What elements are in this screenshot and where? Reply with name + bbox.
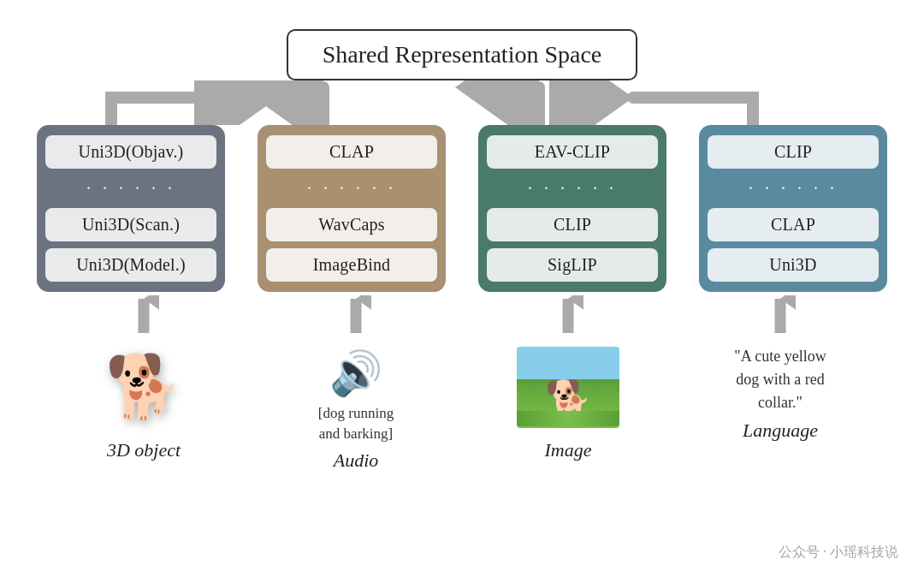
up-arrow-language [765, 295, 796, 333]
outer-box-image: EAV-CLIP · · · · · · CLIP SigLIP [478, 125, 666, 292]
dots-audio: · · · · · · [266, 175, 437, 201]
visual-language: "A cute yellowdog with a redcollar." [695, 340, 866, 414]
up-arrow-audio [341, 295, 371, 333]
modality-row: 🐕 3D object 🔊 [dog runningand barking] A… [17, 340, 907, 472]
dots-image: · · · · · · [487, 175, 658, 201]
item-eav-clip: EAV-CLIP [487, 135, 658, 169]
item-wavcaps: WavCaps [266, 208, 437, 241]
visual-image: 🐕 [517, 340, 619, 434]
item-imagebind: ImageBind [266, 248, 437, 282]
visual-audio: 🔊 [dog runningand barking] [305, 340, 407, 444]
label-audio: Audio [334, 449, 379, 472]
item-clap-lang: CLAP [708, 208, 879, 241]
visual-3d: 🐕 [92, 340, 195, 434]
label-language: Language [743, 419, 818, 442]
columns-row: Uni3D(Objav.) · · · · · · Uni3D(Scan.) U… [17, 125, 907, 292]
audio-description-text: [dog runningand barking] [318, 403, 394, 444]
item-uni3d-lang: Uni3D [708, 248, 879, 282]
item-uni3d-scan: Uni3D(Scan.) [45, 208, 216, 241]
label-image: Image [545, 439, 592, 461]
modality-image: 🐕 Image [474, 340, 662, 461]
grass-strip [517, 411, 619, 426]
column-3d: Uni3D(Objav.) · · · · · · Uni3D(Scan.) U… [33, 125, 229, 292]
shared-space-box: Shared Representation Space [287, 29, 638, 80]
shared-space-title: Shared Representation Space [323, 41, 602, 68]
outer-box-3d: Uni3D(Objav.) · · · · · · Uni3D(Scan.) U… [37, 125, 225, 292]
item-siglip: SigLIP [487, 248, 658, 282]
modality-3d: 🐕 3D object [50, 340, 238, 461]
label-3d: 3D object [107, 439, 181, 461]
dots-language: · · · · · · [708, 175, 879, 201]
item-uni3d-objav: Uni3D(Objav.) [45, 135, 216, 169]
speaker-icon: 🔊 [329, 348, 382, 398]
item-clip-image: CLIP [487, 208, 658, 241]
up-arrow-3d [128, 295, 159, 333]
corgi-image: 🐕 [517, 347, 619, 428]
outer-box-language: CLIP · · · · · · CLAP Uni3D [699, 125, 887, 292]
item-uni3d-model: Uni3D(Model.) [45, 248, 216, 282]
dog-3d-icon: 🐕 [105, 356, 182, 418]
diagram: Shared Representation Space [0, 0, 924, 472]
column-language: CLIP · · · · · · CLAP Uni3D [695, 125, 891, 292]
dots-3d: · · · · · · [45, 175, 216, 201]
item-clap: CLAP [266, 135, 437, 169]
modality-audio: 🔊 [dog runningand barking] Audio [262, 340, 450, 472]
column-image: EAV-CLIP · · · · · · CLIP SigLIP [474, 125, 671, 292]
outer-box-audio: CLAP · · · · · · WavCaps ImageBind [258, 125, 446, 292]
item-clip-lang: CLIP [708, 135, 879, 169]
watermark: 公众号 · 小瑶科技说 [779, 544, 898, 562]
top-arrows-svg [17, 80, 907, 125]
column-audio: CLAP · · · · · · WavCaps ImageBind [253, 125, 450, 292]
language-quote-text: "A cute yellowdog with a redcollar." [734, 345, 826, 414]
up-arrow-image [553, 295, 583, 333]
modality-language: "A cute yellowdog with a redcollar." Lan… [686, 340, 874, 442]
